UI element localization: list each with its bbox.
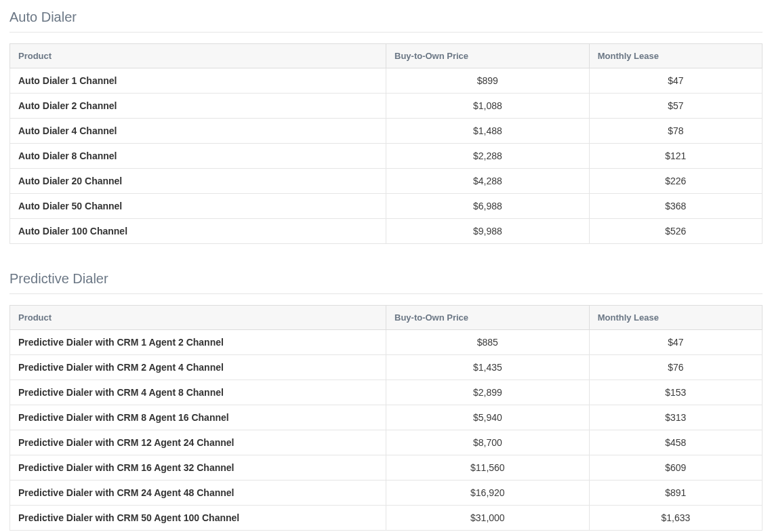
cell-lease: $609 [589, 455, 762, 480]
cell-product: Predictive Dialer with CRM 2 Agent 4 Cha… [10, 355, 386, 380]
pricing-table-predictive-dialer: Product Buy-to-Own Price Monthly Lease P… [9, 305, 763, 531]
cell-price: $885 [386, 330, 590, 355]
table-header-row: Product Buy-to-Own Price Monthly Lease [10, 306, 763, 330]
cell-price: $4,288 [386, 169, 590, 194]
table-row: Auto Dialer 50 Channel $6,988 $368 [10, 194, 763, 219]
cell-lease: $526 [589, 219, 762, 244]
cell-lease: $78 [589, 119, 762, 144]
header-product: Product [10, 44, 386, 68]
cell-product: Predictive Dialer with CRM 50 Agent 100 … [10, 506, 386, 531]
table-row: Auto Dialer 4 Channel $1,488 $78 [10, 119, 763, 144]
cell-price: $8,700 [386, 430, 590, 455]
header-product: Product [10, 306, 386, 330]
table-row: Predictive Dialer with CRM 24 Agent 48 C… [10, 480, 763, 506]
cell-lease: $57 [589, 94, 762, 119]
cell-lease: $313 [589, 405, 762, 430]
cell-product: Auto Dialer 4 Channel [10, 119, 386, 144]
table-row: Auto Dialer 8 Channel $2,288 $121 [10, 144, 763, 169]
cell-product: Auto Dialer 8 Channel [10, 144, 386, 169]
cell-price: $16,920 [386, 480, 590, 506]
cell-lease: $153 [589, 380, 762, 405]
cell-lease: $458 [589, 430, 762, 455]
cell-lease: $47 [589, 68, 762, 94]
table-row: Auto Dialer 20 Channel $4,288 $226 [10, 169, 763, 194]
cell-price: $1,088 [386, 94, 590, 119]
cell-lease: $121 [589, 144, 762, 169]
header-lease: Monthly Lease [589, 306, 762, 330]
cell-product: Predictive Dialer with CRM 16 Agent 32 C… [10, 455, 386, 480]
table-row: Predictive Dialer with CRM 2 Agent 4 Cha… [10, 355, 763, 380]
section-auto-dialer: Auto Dialer Product Buy-to-Own Price Mon… [9, 9, 763, 244]
cell-price: $9,988 [386, 219, 590, 244]
cell-price: $899 [386, 68, 590, 94]
cell-product: Predictive Dialer with CRM 12 Agent 24 C… [10, 430, 386, 455]
cell-price: $1,488 [386, 119, 590, 144]
cell-product: Auto Dialer 100 Channel [10, 219, 386, 244]
cell-price: $5,940 [386, 405, 590, 430]
cell-price: $11,560 [386, 455, 590, 480]
pricing-table-auto-dialer: Product Buy-to-Own Price Monthly Lease A… [9, 43, 763, 244]
cell-product: Auto Dialer 2 Channel [10, 94, 386, 119]
section-title: Auto Dialer [9, 9, 763, 33]
table-row: Predictive Dialer with CRM 1 Agent 2 Cha… [10, 330, 763, 355]
table-row: Auto Dialer 2 Channel $1,088 $57 [10, 94, 763, 119]
cell-product: Auto Dialer 50 Channel [10, 194, 386, 219]
cell-lease: $47 [589, 330, 762, 355]
cell-product: Predictive Dialer with CRM 4 Agent 8 Cha… [10, 380, 386, 405]
table-row: Predictive Dialer with CRM 4 Agent 8 Cha… [10, 380, 763, 405]
section-title: Predictive Dialer [9, 271, 763, 294]
cell-product: Auto Dialer 1 Channel [10, 68, 386, 94]
table-row: Predictive Dialer with CRM 8 Agent 16 Ch… [10, 405, 763, 430]
table-row: Auto Dialer 100 Channel $9,988 $526 [10, 219, 763, 244]
table-row: Predictive Dialer with CRM 12 Agent 24 C… [10, 430, 763, 455]
header-price: Buy-to-Own Price [386, 306, 590, 330]
cell-price: $6,988 [386, 194, 590, 219]
cell-lease: $226 [589, 169, 762, 194]
section-predictive-dialer: Predictive Dialer Product Buy-to-Own Pri… [9, 271, 763, 531]
cell-price: $31,000 [386, 506, 590, 531]
cell-product: Predictive Dialer with CRM 1 Agent 2 Cha… [10, 330, 386, 355]
table-row: Predictive Dialer with CRM 50 Agent 100 … [10, 506, 763, 531]
table-row: Auto Dialer 1 Channel $899 $47 [10, 68, 763, 94]
cell-price: $1,435 [386, 355, 590, 380]
table-row: Predictive Dialer with CRM 16 Agent 32 C… [10, 455, 763, 480]
cell-lease: $368 [589, 194, 762, 219]
header-lease: Monthly Lease [589, 44, 762, 68]
cell-price: $2,288 [386, 144, 590, 169]
header-price: Buy-to-Own Price [386, 44, 590, 68]
cell-price: $2,899 [386, 380, 590, 405]
cell-lease: $76 [589, 355, 762, 380]
cell-lease: $1,633 [589, 506, 762, 531]
table-header-row: Product Buy-to-Own Price Monthly Lease [10, 44, 763, 68]
cell-product: Predictive Dialer with CRM 8 Agent 16 Ch… [10, 405, 386, 430]
cell-product: Auto Dialer 20 Channel [10, 169, 386, 194]
cell-product: Predictive Dialer with CRM 24 Agent 48 C… [10, 480, 386, 506]
cell-lease: $891 [589, 480, 762, 506]
